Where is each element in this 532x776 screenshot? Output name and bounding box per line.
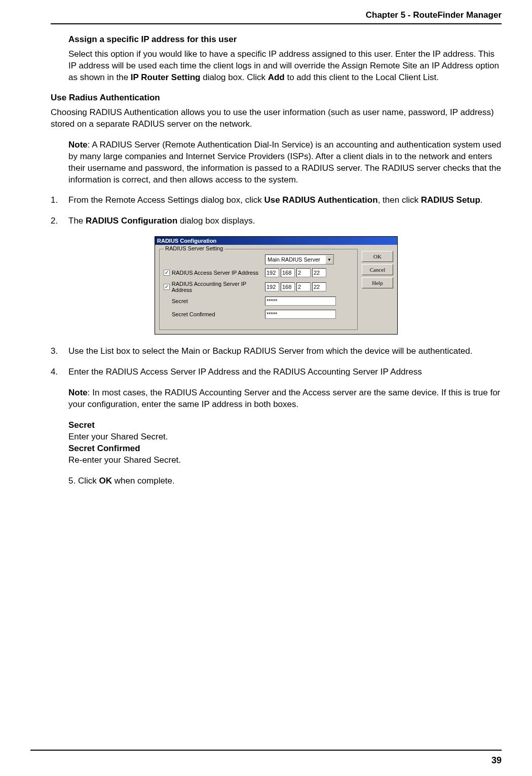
- bold-add: Add: [268, 72, 285, 82]
- groupbox-label: RADIUS Server Setting: [164, 245, 224, 251]
- ok-button[interactable]: OK: [362, 251, 393, 262]
- text: to add this client to the Local Client L…: [285, 72, 439, 82]
- acct-ip-oct4[interactable]: [312, 282, 326, 291]
- radius-server-groupbox: RADIUS Server Setting Main RADIUS Server…: [159, 249, 358, 330]
- note-body: : In most cases, the RADIUS Accounting S…: [68, 388, 500, 409]
- note-label: Note: [68, 140, 88, 150]
- text: 5. Click: [68, 476, 99, 486]
- acct-ip-oct2[interactable]: [281, 282, 295, 291]
- radius-config-dialog: RADIUS Configuration RADIUS Server Setti…: [155, 236, 398, 335]
- step-1: From the Remote Access Settings dialog b…: [68, 195, 502, 206]
- step-num-4: 4.: [51, 366, 68, 496]
- acct-ip-label: RADIUS Accounting Server IP Address: [172, 281, 265, 293]
- chapter-header: Chapter 5 - RouteFinder Manager: [51, 10, 502, 23]
- step-2: The RADIUS Configuration dialog box disp…: [68, 215, 502, 227]
- text: The: [68, 216, 86, 226]
- heading-assign-ip: Assign a specific IP address for this us…: [68, 34, 502, 45]
- help-button[interactable]: Help: [362, 277, 393, 288]
- access-ip-oct4[interactable]: [312, 268, 326, 277]
- server-select-text: Main RADIUS Server: [265, 256, 325, 263]
- text: dialog box displays.: [177, 216, 255, 226]
- acct-ip-checkbox[interactable]: ✓: [164, 284, 170, 290]
- bold-radius-setup: RADIUS Setup: [421, 195, 480, 205]
- acct-ip-oct3[interactable]: [296, 282, 311, 291]
- secret-label: Secret: [172, 298, 188, 304]
- text: dialog box. Click: [200, 72, 268, 82]
- bold-use-radius-auth: Use RADIUS Authentication: [264, 195, 377, 205]
- chevron-down-icon[interactable]: ▼: [325, 255, 333, 264]
- step-num-2: 2.: [51, 215, 68, 227]
- step-3: Use the List box to select the Main or B…: [68, 346, 502, 357]
- server-select[interactable]: Main RADIUS Server ▼: [265, 254, 334, 265]
- secret-confirmed-label: Secret Confirmed: [172, 311, 215, 317]
- access-ip-label: RADIUS Access Server IP Address: [172, 270, 258, 276]
- secret-confirmed-text: Re-enter your Shared Secret.: [68, 455, 502, 466]
- para-assign-ip: Select this option if you would like to …: [68, 49, 502, 84]
- step-4-note: Note: In most cases, the RADIUS Accounti…: [68, 387, 502, 411]
- access-ip-checkbox[interactable]: ✓: [164, 270, 170, 276]
- access-ip-oct2[interactable]: [281, 268, 295, 277]
- dialog-titlebar: RADIUS Configuration: [155, 237, 397, 245]
- heading-use-radius: Use Radius Authentication: [51, 93, 502, 103]
- secret-heading: Secret: [68, 420, 95, 430]
- step-num-1: 1.: [51, 195, 68, 206]
- bold-ip-router-setting: IP Router Setting: [131, 72, 201, 82]
- acct-ip-oct1[interactable]: [265, 282, 279, 291]
- access-ip-oct1[interactable]: [265, 268, 279, 277]
- step-num-3: 3.: [51, 346, 68, 357]
- text: .: [480, 195, 483, 205]
- secret-confirmed-heading: Secret Confirmed: [68, 444, 140, 453]
- para-radius-intro: Choosing RADIUS Authentication allows yo…: [51, 107, 502, 130]
- text: , then click: [378, 195, 421, 205]
- note-body: : A RADIUS Server (Remote Authentication…: [68, 140, 501, 184]
- step-5: 5. Click OK when complete.: [68, 475, 502, 487]
- text: From the Remote Access Settings dialog b…: [68, 195, 264, 205]
- note-radius: Note: A RADIUS Server (Remote Authentica…: [68, 139, 502, 186]
- step-4: Enter the RADIUS Access Server IP Addres…: [68, 366, 502, 378]
- access-ip-oct3[interactable]: [296, 268, 311, 277]
- text: when complete.: [112, 476, 175, 486]
- header-rule: [51, 23, 502, 24]
- cancel-button[interactable]: Cancel: [362, 264, 393, 275]
- footer-rule: [30, 750, 502, 751]
- note-label: Note: [68, 388, 88, 397]
- secret-input[interactable]: [265, 297, 336, 306]
- secret-confirmed-input[interactable]: [265, 310, 336, 319]
- secret-text: Enter your Shared Secret.: [68, 431, 502, 443]
- bold-radius-configuration: RADIUS Configuration: [86, 216, 177, 226]
- bold-ok: OK: [99, 476, 112, 486]
- page-number: 39: [491, 755, 502, 766]
